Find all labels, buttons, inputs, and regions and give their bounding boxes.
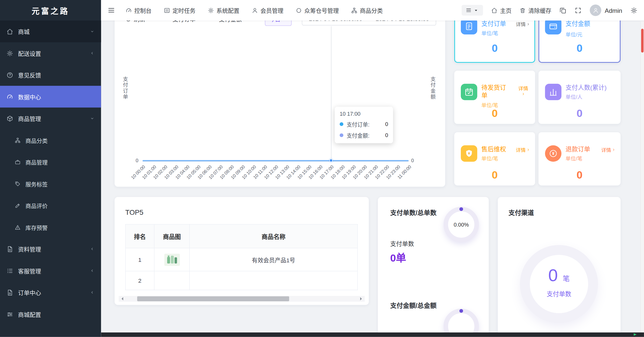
chevron-left-icon [90, 268, 94, 273]
chart-tooltip: 10 17:00 支付订单: 0 支付金额: 0 [335, 107, 393, 143]
x-axis-tick-label: 10 03:00 [155, 164, 179, 187]
progress-dot [459, 207, 463, 211]
shield-icon [461, 145, 477, 162]
fullscreen-icon[interactable] [575, 7, 582, 14]
top5-title: TOP5 [125, 208, 143, 217]
gear-icon [208, 7, 214, 13]
ratio-value: 0单 [390, 249, 406, 264]
stat-card-refund-orders[interactable]: 退款订单 详情 单位/笔 0 [539, 132, 621, 186]
nav-item-product-category[interactable]: 商品分类 [351, 6, 383, 14]
detail-link[interactable]: 详情 [601, 146, 616, 153]
list-icon [7, 267, 16, 274]
sidebar-subitem-service-tags[interactable]: 服务标签 [0, 173, 101, 194]
sidebar-item-label: 客服管理 [18, 267, 90, 275]
sidebar-subitem-stock-warning[interactable]: 库存预警 [0, 216, 101, 238]
x-axis-tick-label: 11 00:00 [388, 164, 412, 187]
sidebar-item-label: 商品管理 [25, 158, 94, 166]
user-menu[interactable]: Admin [590, 5, 622, 16]
trash-icon [520, 7, 526, 13]
file-icon [7, 246, 16, 252]
x-axis-tick-label: 10 01:00 [133, 164, 157, 187]
channel-center: 0 笔 支付单数 [547, 265, 571, 298]
sidebar-subitem-product-reviews[interactable]: 商品评价 [0, 195, 101, 216]
column-header-rank: 排名 [126, 224, 154, 248]
hamburger-menu-icon[interactable] [108, 7, 115, 14]
sidebar-item-data-management[interactable]: 资料管理 [0, 238, 101, 260]
sidebar-item-label: 商城配置 [18, 310, 95, 318]
scrollbar-thumb[interactable] [137, 296, 289, 301]
sidebar-item-order-center[interactable]: 订单中心 [0, 282, 101, 303]
sidebar-item-mall[interactable]: 商城 [0, 21, 101, 42]
nav-item-crowdfunding-management[interactable]: 众筹仓号管理 [296, 6, 339, 14]
copy-icon[interactable] [560, 7, 567, 14]
sidebar-item-mall-config[interactable]: 商城配置 [0, 303, 101, 325]
scroll-right-arrow[interactable] [360, 297, 363, 301]
coin-icon [545, 145, 561, 162]
table-row: 2 [126, 271, 358, 290]
nav-item-system-config[interactable]: 系统配置 [208, 6, 240, 14]
nav-item-console[interactable]: 控制台 [126, 6, 151, 14]
edit-icon [15, 202, 24, 208]
sidebar-item-customer-service[interactable]: 客服管理 [0, 260, 101, 281]
main-area: 控制台 定时任务 系统配置 会员管理 众筹仓号管理 商品分类 [101, 0, 644, 337]
sidebar-subitem-product-category[interactable]: 商品分类 [0, 129, 101, 151]
file-icon [7, 289, 16, 296]
clear-cache-button[interactable]: 清除缓存 [520, 6, 551, 14]
x-axis-tick-label: 10 11:00 [244, 164, 268, 187]
scroll-left-arrow[interactable] [120, 297, 123, 301]
scroll-arrow-icon [634, 333, 636, 336]
series-dot [340, 133, 344, 137]
bottom-scroll-strip[interactable] [101, 332, 644, 337]
home-icon [7, 28, 16, 35]
x-axis-tick-label: 10 16:00 [299, 164, 323, 187]
scrollbar-thumb[interactable] [641, 29, 644, 53]
sitemap-icon [15, 137, 24, 143]
tooltip-row: 支付订单: 0 [340, 120, 388, 128]
quick-menu-dropdown[interactable] [462, 5, 483, 16]
home-button[interactable]: 主页 [491, 6, 512, 14]
stat-title: 售后维权 [481, 145, 506, 153]
x-axis-tick-label: 10 07:00 [199, 164, 224, 187]
sidebar-item-label: 意见反馈 [18, 71, 95, 79]
sidebar-item-delivery-settings[interactable]: 配送设置 [0, 42, 101, 64]
sidebar-item-data-center[interactable]: 数据中心 [0, 86, 101, 107]
vertical-scrollbar[interactable] [640, 21, 644, 332]
sidebar-item-product-management[interactable]: 商品管理 [0, 108, 101, 129]
sidebar-subitem-product-manage[interactable]: 商品管理 [0, 151, 101, 173]
x-axis-tick-label: 10 19:00 [332, 164, 357, 187]
detail-link[interactable]: 详情 [516, 85, 530, 96]
detail-link[interactable]: 详情 [516, 21, 530, 28]
admin-dashboard: 元富之路 商城 配送设置 意见反馈 数据中心 商品管理 商品分类 [0, 0, 644, 337]
stat-card-pending-shipment[interactable]: 待发货订单 详情 单位/笔 0 [454, 71, 535, 124]
y-axis-left-name: 支付订单 [121, 76, 129, 100]
stat-unit: 单位/笔 [481, 154, 498, 162]
chevron-down-icon [90, 116, 94, 121]
channel-label: 支付单数 [547, 289, 571, 298]
settings-gear-icon[interactable] [630, 7, 637, 14]
top5-card: TOP5 排名 商品图 商品名称 1 [115, 197, 369, 305]
detail-link[interactable]: 详情 [516, 146, 530, 153]
sidebar-item-label: 资料管理 [18, 245, 90, 253]
nav-item-scheduled-tasks[interactable]: 定时任务 [164, 6, 196, 14]
x-axis-tick-label: 10 18:00 [321, 164, 346, 187]
horizontal-scrollbar[interactable] [119, 296, 365, 302]
nav-item-label: 系统配置 [216, 6, 239, 14]
stat-unit: 单位/人 [565, 93, 582, 101]
stat-unit: 单位/元 [565, 30, 582, 38]
x-axis-tick-label: 10 22:00 [366, 164, 390, 187]
chevron-left-icon [90, 290, 94, 295]
stat-card-paying-users[interactable]: 支付人数(累计) 单位/人 0 [539, 71, 621, 124]
x-axis-labels: 10 00:0010 01:0010 02:0010 03:0010 04:00… [115, 7, 445, 187]
sitemap-icon [351, 7, 357, 13]
chevron-down-icon [90, 29, 94, 34]
channel-donut: 0 笔 支付单数 [520, 245, 598, 323]
nav-item-member-management[interactable]: 会员管理 [252, 6, 283, 14]
stat-unit: 单位/笔 [565, 154, 582, 162]
stat-card-after-sales[interactable]: 售后维权 详情 单位/笔 0 [454, 132, 535, 186]
tag-icon [15, 181, 24, 187]
sidebar-item-feedback[interactable]: 意见反馈 [0, 64, 101, 86]
table-row: 1 有效会员产品1号 [126, 248, 358, 271]
sidebar-item-label: 服务标签 [25, 180, 94, 188]
progress-dot [459, 309, 463, 313]
nav-item-label: 定时任务 [172, 6, 195, 14]
